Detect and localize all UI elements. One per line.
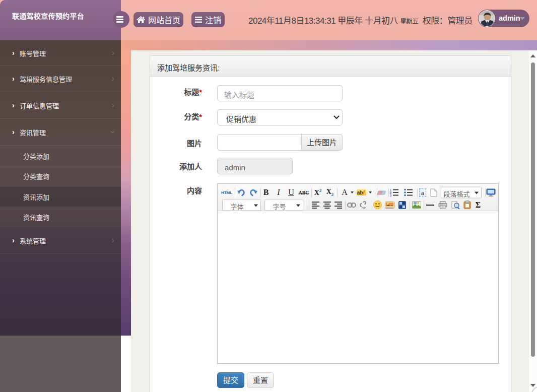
svg-text:3: 3 xyxy=(390,194,391,197)
